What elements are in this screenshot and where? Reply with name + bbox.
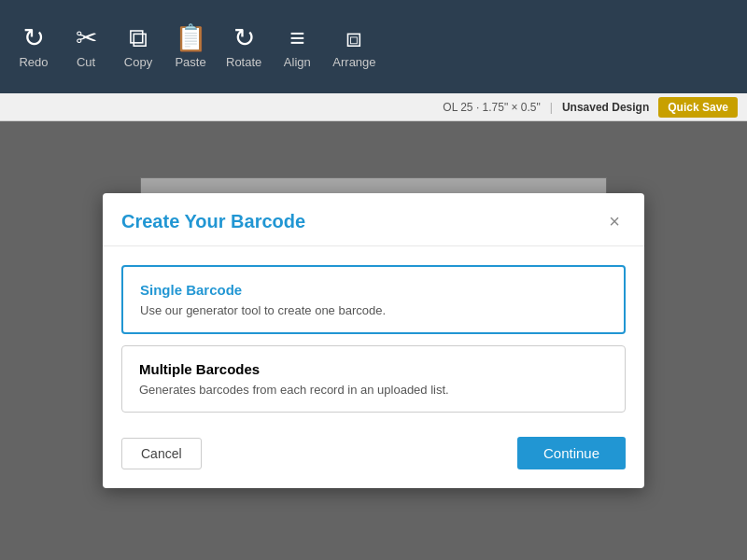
single-barcode-desc: Use our generator tool to create one bar…: [140, 303, 607, 317]
copy-icon: ⧉: [129, 25, 148, 51]
toolbar-item-rotate[interactable]: ↻ Rotate: [218, 20, 269, 75]
option-card-single[interactable]: Single Barcode Use our generator tool to…: [121, 265, 626, 334]
unsaved-status: Unsaved Design: [562, 101, 649, 114]
canvas-area: Create Your Barcode × Single Barcode Use…: [0, 121, 747, 560]
toolbar-item-redo[interactable]: ↺ Redo: [9, 20, 58, 75]
cut-icon: ✂: [76, 25, 97, 51]
paste-icon: 📋: [175, 25, 207, 51]
toolbar-item-redo-label: Redo: [19, 55, 48, 69]
redo-icon: ↺: [23, 25, 45, 51]
toolbar-item-arrange-label: Arrange: [332, 55, 375, 69]
multiple-barcodes-title: Multiple Barcodes: [139, 361, 608, 377]
cancel-button[interactable]: Cancel: [121, 438, 202, 469]
align-icon: ≡: [289, 25, 304, 51]
toolbar: ↺ Redo ✂ Cut ⧉ Copy 📋 Paste ↻ Rotate ≡ A…: [0, 0, 747, 93]
size-info: OL 25 · 1.75" × 0.5": [443, 101, 540, 114]
toolbar-item-align[interactable]: ≡ Align: [273, 20, 321, 75]
rotate-icon: ↻: [233, 25, 255, 51]
toolbar-item-arrange[interactable]: ⧈ Arrange: [325, 20, 383, 75]
toolbar-item-paste-label: Paste: [175, 55, 205, 69]
quick-save-button[interactable]: Quick Save: [658, 97, 738, 118]
secondary-bar: OL 25 · 1.75" × 0.5" | Unsaved Design Qu…: [0, 93, 747, 121]
modal-overlay: Create Your Barcode × Single Barcode Use…: [0, 121, 747, 560]
continue-button[interactable]: Continue: [517, 437, 626, 469]
modal: Create Your Barcode × Single Barcode Use…: [103, 193, 644, 488]
multiple-barcodes-desc: Generates barcodes from each record in a…: [139, 383, 608, 397]
single-barcode-title: Single Barcode: [140, 282, 607, 298]
toolbar-item-align-label: Align: [284, 55, 311, 69]
modal-header: Create Your Barcode ×: [103, 193, 644, 246]
option-card-multiple[interactable]: Multiple Barcodes Generates barcodes fro…: [121, 345, 626, 413]
toolbar-item-cut-label: Cut: [77, 55, 95, 69]
arrange-icon: ⧈: [345, 25, 362, 51]
divider: |: [550, 101, 553, 114]
modal-title: Create Your Barcode: [121, 211, 305, 232]
toolbar-item-copy[interactable]: ⧉ Copy: [114, 20, 162, 75]
toolbar-item-copy-label: Copy: [124, 55, 152, 69]
modal-close-button[interactable]: ×: [603, 210, 626, 232]
modal-body: Single Barcode Use our generator tool to…: [103, 246, 644, 422]
toolbar-item-rotate-label: Rotate: [226, 55, 261, 69]
modal-footer: Cancel Continue: [103, 422, 644, 488]
toolbar-item-cut[interactable]: ✂ Cut: [62, 20, 110, 75]
toolbar-item-paste[interactable]: 📋 Paste: [166, 20, 215, 75]
